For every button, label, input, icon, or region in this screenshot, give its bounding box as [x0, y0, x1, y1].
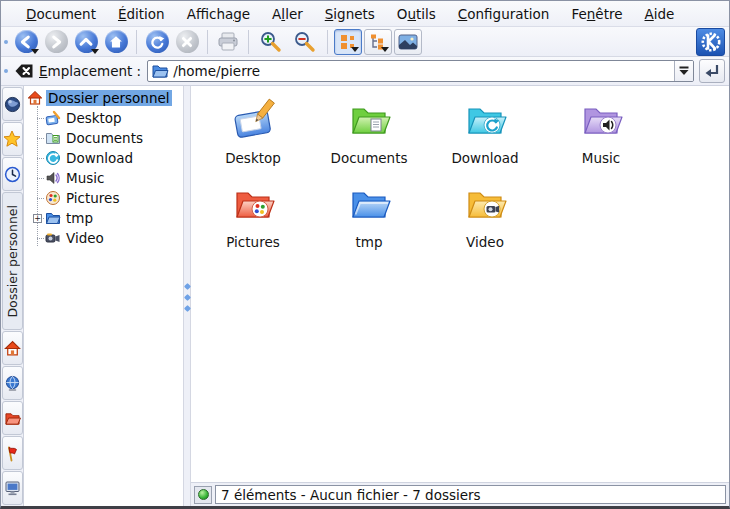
combo-arrow-icon: [678, 66, 690, 76]
dropdown-arrow-icon: [381, 47, 389, 52]
location-input[interactable]: /home/pierre: [169, 63, 674, 79]
file-item-documents[interactable]: Documents: [311, 94, 427, 178]
clear-location-icon: [14, 62, 34, 80]
menu-aller[interactable]: Aller: [261, 3, 314, 25]
file-item-tmp[interactable]: tmp: [311, 178, 427, 262]
pictures-palette-icon: [45, 190, 61, 206]
menu-document[interactable]: Document: [15, 3, 107, 25]
up-button[interactable]: [71, 28, 101, 56]
green-led-icon: [198, 489, 209, 500]
back-button[interactable]: [11, 28, 41, 56]
tree-item-documents[interactable]: Documents: [24, 128, 183, 148]
red-folder-palette-icon: [229, 180, 277, 228]
tree-item-video[interactable]: Video: [24, 228, 183, 248]
file-item-label: Pictures: [226, 234, 279, 250]
kde-brand-button[interactable]: [696, 28, 725, 56]
yellow-folder-camera-icon: [461, 180, 509, 228]
tree-view-button[interactable]: [364, 29, 392, 55]
reload-button[interactable]: [142, 28, 172, 56]
photo-icon: [398, 34, 418, 50]
sidebar-tab-network[interactable]: [2, 366, 23, 400]
enter-arrow-icon: [703, 62, 721, 80]
file-item-label: Video: [466, 234, 504, 250]
clear-location-button[interactable]: [11, 59, 37, 83]
purple-folder-speaker-icon: [577, 96, 625, 144]
content-area: Dossier personnel: [1, 86, 729, 506]
location-combobox[interactable]: /home/pierre: [147, 60, 694, 82]
documents-folder-icon: [45, 130, 61, 146]
icon-view-button[interactable]: [334, 29, 362, 55]
menu-outils[interactable]: Outils: [386, 3, 447, 25]
file-item-video[interactable]: Video: [427, 178, 543, 262]
tree-item-desktop[interactable]: Desktop: [24, 108, 183, 128]
sidebar-tree: Dossier personnel Desktop Documents: [23, 86, 183, 506]
home-icon: [27, 90, 43, 106]
tree-item-label: Download: [64, 150, 135, 166]
services-flag-icon: [4, 445, 20, 462]
sidebar-tab-system[interactable]: [2, 471, 23, 505]
toolbar-drag-handle[interactable]: [1, 27, 11, 56]
sidebar-tab-services[interactable]: [2, 436, 23, 470]
menu-aide[interactable]: Aide: [634, 3, 686, 25]
menu-edition[interactable]: Édition: [107, 3, 176, 25]
zoom-out-button[interactable]: [288, 28, 322, 56]
magnifier-minus-icon: [292, 30, 318, 54]
tree-expander-plus[interactable]: +: [33, 214, 42, 223]
tree-item-dossier-personnel[interactable]: Dossier personnel: [24, 88, 183, 108]
active-sidebar-tab-home-folder[interactable]: Dossier personnel: [2, 192, 23, 330]
home-icon: [105, 30, 128, 53]
folder-view-pane: Desktop Documents: [191, 86, 729, 506]
arrow-right-icon: [45, 30, 68, 53]
status-bar: 7 éléments - Aucun fichier - 7 dossiers: [191, 482, 729, 506]
desktop-icon: [45, 110, 61, 126]
tree-item-download[interactable]: Download: [24, 148, 183, 168]
sidebar-tab-history[interactable]: [2, 157, 23, 191]
tree-item-label: Documents: [64, 130, 145, 146]
magnifier-plus-icon: [258, 30, 284, 54]
active-sidebar-tab-label: Dossier personnel: [5, 205, 20, 318]
sidebar-tab-web[interactable]: [2, 87, 23, 121]
image-preview-button[interactable]: [394, 29, 422, 55]
konqueror-window: Document Édition Affichage Aller Signets…: [0, 0, 730, 509]
dropdown-arrow-icon: [91, 49, 99, 54]
tree-item-music[interactable]: Music: [24, 168, 183, 188]
dropdown-arrow-icon: [351, 47, 359, 52]
panel-splitter[interactable]: [183, 86, 191, 506]
file-item-download[interactable]: Download: [427, 94, 543, 178]
file-item-music[interactable]: Music: [543, 94, 659, 178]
icon-view[interactable]: Desktop Documents: [191, 86, 729, 482]
file-item-label: Documents: [331, 150, 408, 166]
bookmark-star-icon: [3, 130, 21, 148]
green-folder-document-icon: [345, 96, 393, 144]
tree-item-label: Dossier personnel: [46, 90, 172, 106]
toolbar-separator: [136, 30, 137, 54]
zoom-in-button[interactable]: [254, 28, 288, 56]
sidebar-tab-bookmarks[interactable]: [2, 122, 23, 156]
web-globe-icon: [4, 96, 21, 113]
home-button[interactable]: [101, 28, 131, 56]
sidebar-tab-home-folder[interactable]: [2, 331, 23, 365]
menu-fenetre[interactable]: Fenêtre: [560, 3, 633, 25]
menu-configuration[interactable]: Configuration: [447, 3, 561, 25]
history-clock-icon: [4, 166, 21, 183]
tree-item-tmp[interactable]: + tmp: [24, 208, 183, 228]
toolbar-drag-handle[interactable]: [1, 57, 11, 85]
status-message: 7 éléments - Aucun fichier - 7 dossiers: [215, 485, 726, 504]
toolbar-separator: [248, 30, 249, 54]
location-label: Emplacement :: [39, 63, 141, 79]
tree-item-label: Pictures: [64, 190, 121, 206]
location-history-dropdown[interactable]: [674, 61, 693, 81]
menu-signets[interactable]: Signets: [314, 3, 386, 25]
root-folder-icon: [4, 411, 21, 426]
music-speaker-icon: [45, 170, 61, 186]
tree-item-pictures[interactable]: Pictures: [24, 188, 183, 208]
menu-affichage[interactable]: Affichage: [176, 3, 261, 25]
tree-item-label: Desktop: [64, 110, 124, 126]
file-item-desktop[interactable]: Desktop: [195, 94, 311, 178]
go-button[interactable]: [699, 59, 725, 83]
cyan-folder-refresh-icon: [461, 96, 509, 144]
print-button: [213, 28, 243, 56]
splitter-handle-icon: [185, 284, 190, 311]
file-item-pictures[interactable]: Pictures: [195, 178, 311, 262]
sidebar-tab-root-folder[interactable]: [2, 401, 23, 435]
